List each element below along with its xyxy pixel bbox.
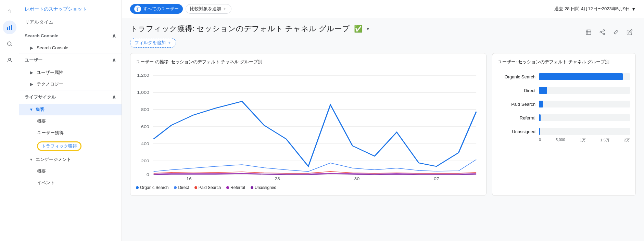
svg-text:400: 400 — [141, 142, 149, 146]
user-chevron: ∧ — [112, 57, 116, 63]
technology-nav[interactable]: ▶ テクノロジー — [19, 78, 122, 90]
plus-icon: ＋ — [223, 6, 227, 12]
line-chart-title: ユーザー の推移: セッションのデフォルト チャネル グループ別 — [136, 59, 481, 65]
highlight-circle: トラフィック獲得 — [37, 141, 81, 151]
user-chip[interactable]: す すべてのユーザー — [130, 4, 183, 14]
svg-line-4 — [11, 45, 12, 46]
traffic-acquisition-nav[interactable]: トラフィック獲得 — [19, 139, 122, 154]
svg-text:0: 0 — [147, 173, 149, 177]
bar-row-unassigned: Unassigned — [498, 128, 630, 135]
compare-button[interactable]: 比較対象を追加 ＋ — [186, 4, 231, 14]
legend-dot-unassigned — [251, 186, 253, 189]
icon-sidebar: ⌂ — [0, 0, 19, 241]
svg-line-13 — [601, 33, 603, 34]
bar-fill-direct — [539, 87, 547, 94]
add-filter-button[interactable]: フィルタを追加 ＋ — [130, 38, 176, 48]
bar-track-direct — [539, 87, 630, 94]
bar-fill-organic — [539, 73, 623, 80]
share-icon[interactable] — [596, 26, 608, 38]
bar-label-unassigned: Unassigned — [498, 129, 535, 134]
svg-rect-1 — [9, 26, 10, 30]
svg-point-5 — [9, 58, 11, 60]
overview-nav[interactable]: 概要 — [19, 115, 122, 127]
svg-rect-2 — [11, 25, 12, 30]
bar-label-paid: Paid Search — [498, 102, 535, 107]
title-dropdown-icon[interactable]: ▾ — [367, 26, 369, 31]
bar-x-axis: 0 5,000 1万 1.5万 2万 — [539, 138, 630, 143]
legend-referral[interactable]: Referral — [226, 185, 245, 190]
svg-point-3 — [8, 42, 11, 46]
home-icon[interactable]: ⌂ — [3, 4, 16, 18]
engagement-overview-nav[interactable]: 概要 — [19, 165, 122, 177]
legend-dot-paid — [194, 186, 197, 189]
legend-dot-referral — [226, 186, 229, 189]
legend-paid-search[interactable]: Paid Search — [194, 185, 221, 190]
top-header: す すべてのユーザー 比較対象を追加 ＋ 過去 28 日間 4月12日〜2023… — [122, 0, 644, 18]
search-console-chevron: ∧ — [112, 33, 116, 39]
legend-direct[interactable]: Direct — [174, 185, 189, 190]
bar-row-paid: Paid Search — [498, 101, 630, 107]
page-title: トラフィック獲得: セッションのデフォルト チャネル グループ — [130, 24, 350, 34]
bar-fill-unassigned — [539, 128, 540, 135]
snapshot-nav[interactable]: レポートのスナップショット — [19, 3, 122, 16]
svg-text:1,000: 1,000 — [137, 90, 149, 94]
bar-fill-referral — [539, 114, 541, 121]
legend-dot-direct — [174, 186, 177, 189]
legend-organic-search[interactable]: Organic Search — [136, 185, 168, 190]
expand-arrow: ▶ — [30, 46, 33, 50]
bar-label-referral: Referral — [498, 115, 535, 120]
table-icon[interactable] — [582, 26, 595, 38]
svg-text:23: 23 — [275, 177, 280, 180]
lifecycle-chevron: ∧ — [112, 94, 116, 100]
toolbar-icons — [582, 26, 636, 38]
acquisition-nav[interactable]: ▾ 集客 — [19, 104, 122, 115]
bar-track-unassigned — [539, 128, 630, 135]
bar-chart-title: ユーザー: セッションのデフォルト チャネル グループ別 — [498, 59, 630, 65]
bar-track-paid — [539, 101, 630, 107]
bar-chart-inner: Organic Search Direct Paid Search — [498, 71, 630, 135]
svg-point-10 — [603, 30, 605, 31]
svg-text:800: 800 — [141, 107, 149, 112]
search-icon[interactable] — [3, 37, 16, 51]
user-settings-icon[interactable] — [3, 53, 16, 67]
chip-icon: す — [134, 5, 141, 12]
edit-icon[interactable] — [623, 26, 636, 38]
lifecycle-group[interactable]: ライフサイクル ∧ — [19, 90, 122, 104]
search-console-group[interactable]: Search Console ∧ — [19, 29, 122, 42]
realtime-nav[interactable]: リアルタイム — [19, 16, 122, 29]
line-chart-card: ユーザー の推移: セッションのデフォルト チャネル グループ別 1,200 1… — [130, 53, 487, 196]
bar-fill-paid — [539, 101, 543, 107]
page-title-row: トラフィック獲得: セッションのデフォルト チャネル グループ ✅ ▾ — [130, 24, 636, 34]
line-chart-container: 1,200 1,000 800 600 400 200 0 — [136, 71, 481, 181]
check-icon: ✅ — [354, 25, 363, 33]
main-content: す すべてのユーザー 比較対象を追加 ＋ 過去 28 日間 4月12日〜2023… — [122, 0, 644, 241]
svg-text:200: 200 — [141, 159, 149, 163]
svg-rect-6 — [586, 30, 591, 35]
legend-unassigned[interactable]: Unassigned — [251, 185, 276, 190]
line-chart-svg: 1,200 1,000 800 600 400 200 0 — [136, 71, 481, 180]
svg-point-11 — [600, 31, 602, 33]
date-range[interactable]: 過去 28 日間 4月12日〜2023年5月9日 ▼ — [554, 6, 636, 12]
user-attributes-nav[interactable]: ▶ ユーザー属性 — [19, 67, 122, 78]
svg-line-14 — [601, 31, 603, 32]
search-console-sub[interactable]: ▶ Search Console — [19, 42, 122, 53]
page-body: トラフィック獲得: セッションのデフォルト チャネル グループ ✅ ▾ フィルタ… — [122, 18, 644, 241]
svg-text:30: 30 — [354, 177, 360, 180]
event-nav[interactable]: イベント — [19, 177, 122, 189]
svg-rect-0 — [7, 27, 8, 30]
filter-bar: フィルタを追加 ＋ — [130, 38, 636, 48]
filter-plus-icon: ＋ — [167, 40, 172, 46]
engagement-nav[interactable]: ▾ エンゲージメント — [19, 154, 122, 165]
header-controls: す すべてのユーザー 比較対象を追加 ＋ — [130, 4, 231, 14]
svg-text:1,200: 1,200 — [137, 73, 149, 77]
user-acquisition-nav[interactable]: ユーザー獲得 — [19, 127, 122, 139]
bar-track-organic — [539, 73, 630, 80]
line-chart-legend: Organic Search Direct Paid Search Referr… — [136, 185, 481, 190]
svg-text:07: 07 — [434, 177, 439, 180]
nav-sidebar: レポートのスナップショット リアルタイム Search Console ∧ ▶ … — [19, 0, 122, 241]
bar-row-referral: Referral — [498, 114, 630, 121]
magic-wand-icon[interactable] — [610, 26, 622, 38]
charts-row: ユーザー の推移: セッションのデフォルト チャネル グループ別 1,200 1… — [130, 53, 636, 196]
user-section-group[interactable]: ユーザー ∧ — [19, 53, 122, 67]
analytics-icon[interactable] — [3, 21, 16, 34]
